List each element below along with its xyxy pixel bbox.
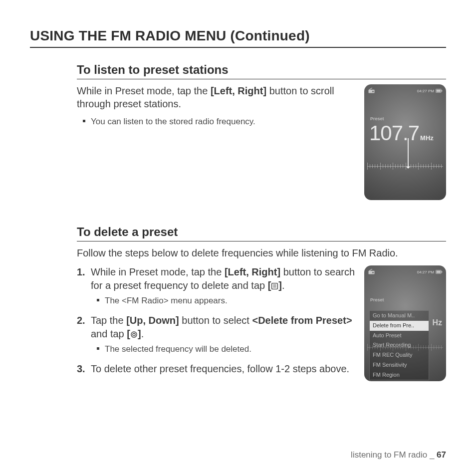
step-number: 1. <box>77 265 85 279</box>
battery-icon <box>436 89 443 93</box>
bracket: [ <box>268 280 271 291</box>
text: While in Preset mode, tap the <box>77 85 211 96</box>
radio-icon <box>368 269 375 275</box>
page-footer: listening to FM radio _ 67 <box>351 450 446 460</box>
svg-line-1 <box>369 88 372 90</box>
menu-item: Go to Manual M.. <box>370 311 429 321</box>
text: To delete other preset frequencies, foll… <box>91 363 349 374</box>
left-right-button-label: [Left, Right] <box>225 266 280 277</box>
text: . <box>141 328 144 339</box>
section-delete-preset: To delete a preset Follow the steps belo… <box>77 225 446 383</box>
text: and tap <box>91 328 127 339</box>
tuning-dial <box>364 337 446 367</box>
text: Tap the <box>91 315 126 326</box>
section-listen-preset: To listen to preset stations While in Pr… <box>77 63 446 200</box>
status-time: 04:27 PM <box>417 89 434 93</box>
footer-text: listening to FM radio _ <box>351 450 437 460</box>
menu-icon <box>271 282 278 290</box>
frequency-display: 107.7 MHz <box>364 121 446 145</box>
delete-intro: Follow the steps below to delete frequen… <box>77 246 446 259</box>
menu-item-selected: Delete from Pre.. <box>370 321 429 331</box>
step-1-bullet: The <FM Radio> menu appears. <box>105 295 355 307</box>
svg-line-12 <box>369 269 372 271</box>
svg-rect-4 <box>437 90 441 92</box>
listen-bullet: You can listen to the stored radio frequ… <box>91 116 355 128</box>
svg-rect-5 <box>442 90 443 91</box>
preset-label: Preset <box>364 94 446 121</box>
status-time: 04:27 PM <box>417 270 434 274</box>
device-screenshot-menu: 04:27 PM Preset Hz Go to Manual M.. Dele… <box>364 265 446 381</box>
section-title-delete: To delete a preset <box>77 225 446 241</box>
menu-item: FM Region <box>370 370 429 380</box>
step-2-bullet: The selected frequency will be deleted. <box>105 344 355 355</box>
page-title: USING THE FM RADIO MENU (Continued) <box>30 28 446 48</box>
select-icon <box>130 331 138 338</box>
delete-from-preset-label: <Delete from Preset> <box>252 315 352 326</box>
text: button to select <box>179 315 252 326</box>
listen-paragraph: While in Preset mode, tap the [Left, Rig… <box>77 84 355 110</box>
page-number: 67 <box>437 450 446 460</box>
step-number: 3. <box>77 362 85 376</box>
frequency-unit: MHz <box>420 134 434 142</box>
bracket: [ <box>127 328 130 339</box>
svg-point-10 <box>133 333 135 336</box>
svg-rect-6 <box>272 283 278 289</box>
frequency-unit-partial: Hz <box>432 318 442 327</box>
tuning-cursor <box>408 138 409 168</box>
left-right-button-label: [Left, Right] <box>211 85 266 96</box>
frequency-value: 107.7 <box>369 121 419 145</box>
svg-point-9 <box>131 332 137 337</box>
svg-rect-15 <box>437 271 441 273</box>
text: . <box>282 280 285 291</box>
step-number: 2. <box>77 314 85 327</box>
svg-rect-16 <box>442 271 443 272</box>
preset-label: Preset <box>364 275 446 302</box>
section-title-listen: To listen to preset stations <box>77 63 446 79</box>
bracket: ] <box>138 328 141 339</box>
step-2: 2. Tap the [Up, Down] button to select <… <box>91 314 355 355</box>
step-3: 3. To delete other preset frequencies, f… <box>91 362 355 376</box>
step-1: 1. While in Preset mode, tap the [Left, … <box>91 265 355 307</box>
up-down-button-label: [Up, Down] <box>126 315 179 326</box>
svg-point-13 <box>372 272 374 273</box>
svg-point-2 <box>372 91 374 92</box>
text: While in Preset mode, tap the <box>91 266 225 277</box>
radio-icon <box>368 88 375 94</box>
device-screenshot-preset: 04:27 PM Preset 107.7 MHz <box>364 84 446 200</box>
battery-icon <box>436 270 443 274</box>
tuning-dial <box>364 156 446 186</box>
